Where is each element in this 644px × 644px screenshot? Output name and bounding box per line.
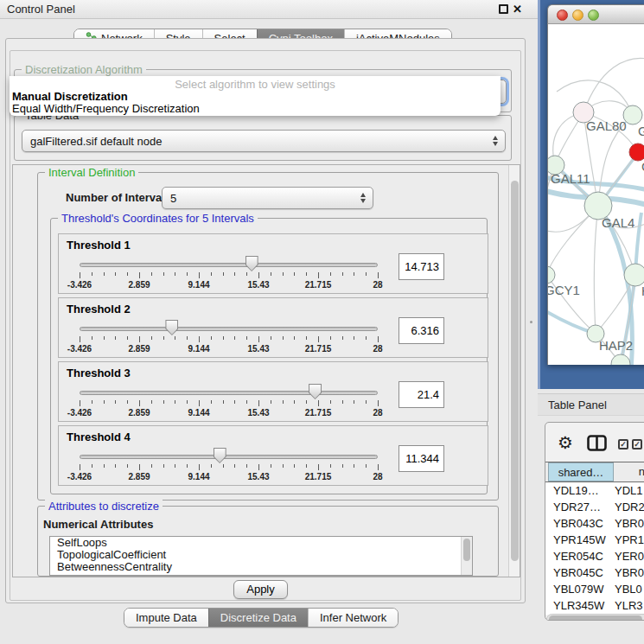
network-edge[interactable]	[557, 80, 633, 115]
network-edge[interactable]	[583, 58, 644, 112]
splitter-handle[interactable]	[530, 321, 532, 323]
select-columns-icon[interactable]: ✓	[618, 439, 628, 450]
select-all-columns-icon[interactable]: ✓	[632, 439, 642, 450]
slider-track[interactable]	[80, 391, 378, 395]
tab-impute-data[interactable]: Impute Data	[124, 609, 208, 627]
slider-major-tick	[378, 400, 379, 406]
slider-minor-tick	[151, 400, 152, 404]
cell-name: YDL1	[611, 482, 643, 499]
gear-icon[interactable]: ⚙	[558, 433, 573, 452]
scrollbar-thumb[interactable]	[511, 181, 519, 561]
slider-minor-tick	[104, 400, 105, 404]
attributes-groupbox: Attributes to discretize Numerical Attri…	[37, 506, 499, 577]
panel-title: Control Panel	[7, 3, 75, 16]
slider-minor-tick	[104, 336, 105, 340]
slider-minor-tick	[163, 400, 164, 404]
column-header-shared-name[interactable]: shared…	[548, 462, 614, 481]
slider-major-tick	[80, 272, 80, 278]
table-row[interactable]: YBR043CYBR0	[545, 515, 644, 532]
slider-minor-tick	[211, 336, 212, 340]
slider-handle[interactable]	[245, 256, 258, 271]
table-row[interactable]: YBL079WYBL0	[545, 581, 644, 597]
threshold-value-field[interactable]: 6.316	[399, 317, 444, 344]
slider-minor-tick	[151, 464, 152, 468]
slider-minor-tick	[283, 336, 284, 340]
close-traffic-icon[interactable]	[557, 10, 568, 21]
scrollbar-thumb[interactable]	[549, 615, 642, 621]
right-region: GAL80GACGAL11GAL4GCY1HHAP2 Table Panel ⚙…	[538, 0, 644, 644]
table-row[interactable]: YDR27…YDR2	[545, 499, 644, 515]
slider-minor-tick	[127, 400, 128, 404]
numerical-attributes-list[interactable]: SelfLoopsTopologicalCoefficientBetweenne…	[49, 536, 473, 576]
slider-handle[interactable]	[214, 448, 226, 463]
slider-scale-label: 2.859	[128, 408, 150, 418]
slider-minor-tick	[330, 400, 331, 404]
column-header-name[interactable]: na	[615, 462, 644, 481]
slider-minor-tick	[127, 272, 128, 276]
slider-scale-label: 2.859	[128, 344, 150, 354]
close-panel-icon[interactable]: ✕	[513, 4, 522, 15]
threshold-panel-1: Threshold 1-3.4262.8599.14415.4321.71528…	[58, 233, 488, 294]
network-node-gcy1[interactable]	[548, 266, 555, 284]
network-node-c[interactable]	[629, 143, 644, 161]
slider-minor-tick	[92, 464, 92, 468]
combo-arrows-icon	[360, 193, 366, 203]
slider-minor-tick	[271, 336, 271, 340]
slider-minor-tick	[92, 400, 92, 404]
network-canvas[interactable]: GAL80GACGAL11GAL4GCY1HHAP2	[547, 24, 644, 365]
dropdown-hint-item[interactable]: Select algorithm to view settings	[10, 78, 501, 91]
float-window-icon[interactable]	[499, 4, 508, 14]
dropdown-option-manual-discretization[interactable]: Manual Discretization	[10, 91, 501, 103]
minimize-traffic-icon[interactable]	[572, 10, 583, 21]
slider-minor-tick	[223, 464, 224, 468]
table-row[interactable]: YLR345WYLR3	[545, 597, 644, 614]
algorithm-dropdown-popup: Select algorithm to view settings Manual…	[10, 76, 501, 116]
num-intervals-combobox[interactable]: 5	[162, 187, 373, 209]
table-data-combobox[interactable]: galFiltered.sif default node	[22, 130, 506, 152]
slider-minor-tick	[223, 272, 224, 276]
slider-track[interactable]	[80, 263, 378, 267]
slider-major-tick	[80, 336, 80, 342]
control-panel-titlebar: Control Panel ✕	[0, 0, 538, 19]
cell-name: YBR0	[611, 564, 644, 581]
threshold-label: Threshold 2	[67, 303, 131, 316]
slider-track[interactable]	[80, 327, 378, 331]
attribute-item-betweennesscentrality[interactable]: BetweennessCentrality	[50, 561, 472, 573]
tab-infer-network[interactable]: Infer Network	[308, 609, 398, 627]
apply-button[interactable]: Apply	[233, 580, 288, 599]
network-edge[interactable]	[594, 206, 598, 334]
settings-vertical-scrollbar[interactable]	[508, 165, 520, 577]
table-row[interactable]: YDL19…YDL1	[545, 482, 644, 499]
slider-minor-tick	[234, 336, 235, 340]
network-node-ga[interactable]	[623, 105, 642, 124]
threshold-value-field[interactable]: 14.713	[399, 253, 444, 280]
tab-label: Impute Data	[136, 611, 197, 624]
network-window-titlebar[interactable]	[547, 4, 644, 24]
slider-minor-tick	[354, 400, 354, 404]
slider-handle[interactable]	[309, 384, 322, 399]
cell-shared-name: YBL079W	[545, 581, 611, 597]
tab-discretize-data[interactable]: Discretize Data	[208, 609, 308, 627]
table-horizontal-scrollbar[interactable]	[546, 614, 644, 621]
threshold-value-field[interactable]: 21.4	[399, 381, 444, 408]
slider-minor-tick	[294, 464, 295, 468]
table-row[interactable]: YBR045CYBR0	[545, 564, 644, 581]
slider-major-tick	[80, 464, 80, 470]
attribute-item-selfloops[interactable]: SelfLoops	[50, 537, 472, 549]
slider-minor-tick	[115, 464, 116, 468]
slider-scale-label: 21.715	[305, 472, 332, 481]
zoom-traffic-icon[interactable]	[588, 10, 599, 21]
threshold-value-field[interactable]: 11.344	[399, 445, 444, 472]
slider-major-tick	[139, 464, 140, 470]
dropdown-option-equal-width-frequency-discretization[interactable]: Equal Width/Frequency Discretization	[10, 103, 501, 115]
attributes-list-scrollbar[interactable]	[461, 537, 472, 575]
slider-minor-tick	[354, 272, 354, 276]
slider-handle[interactable]	[165, 320, 178, 335]
attribute-item-topologicalcoefficient[interactable]: TopologicalCoefficient	[50, 549, 472, 561]
split-view-icon[interactable]	[587, 435, 607, 454]
table-row[interactable]: YPR145WYPR1	[545, 532, 644, 548]
interval-definition-label: Interval Definition	[45, 166, 138, 179]
table-row[interactable]: YER054CYER0	[545, 548, 644, 564]
slider-track[interactable]	[80, 455, 378, 459]
slider-scale-label: 15.43	[247, 408, 269, 418]
